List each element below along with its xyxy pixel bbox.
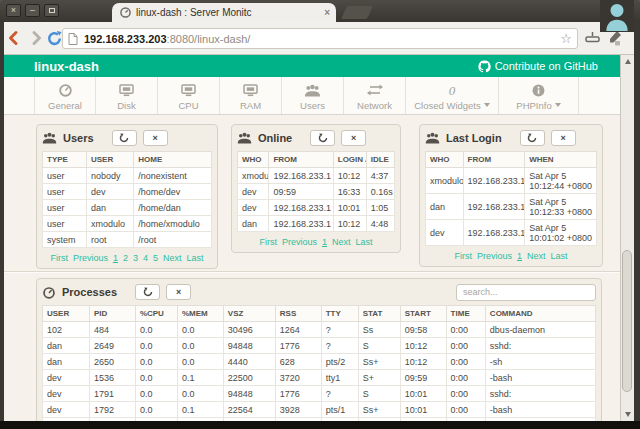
table-row: userdev/home/dev (43, 184, 212, 200)
toolbar-item-phpinfo[interactable]: PHPInfo (499, 77, 579, 114)
table-cell: 0:00 (446, 354, 485, 370)
refresh-button[interactable] (520, 130, 545, 146)
table-row: dev17920.00.1225643928pts/1Ss+10:010:00-… (43, 402, 596, 418)
column-header: VSZ (223, 306, 275, 322)
close-widget-button[interactable]: × (341, 130, 366, 146)
toolbar-item-ram[interactable]: RAM (220, 77, 282, 114)
pagination-link[interactable]: First (259, 237, 277, 247)
pagination-link[interactable]: Next (163, 253, 182, 263)
widget-processes: Processes × USERPID%CPU%MEMVSZRSSTTYSTAT… (36, 278, 602, 421)
table-cell: user (43, 168, 87, 184)
table-cell: dev (43, 402, 90, 418)
table-cell: 22564 (223, 402, 275, 418)
new-tab-button[interactable] (341, 6, 373, 19)
refresh-button[interactable] (112, 130, 137, 146)
table-cell: 0.0 (135, 322, 177, 338)
url-bar[interactable]: 192.168.233.203:8080/linux-dash/ ☆ (62, 28, 578, 49)
pagination-link[interactable]: 5 (153, 253, 158, 263)
browser-tab[interactable]: linux-dash : Server Monitc × (112, 3, 336, 22)
column-header: %MEM (177, 306, 223, 322)
close-widget-button[interactable]: × (551, 130, 576, 146)
toolbar-item-general[interactable]: General (34, 77, 96, 114)
bookmark-star-icon[interactable]: ☆ (560, 32, 572, 45)
pagination-link[interactable]: 4 (143, 253, 148, 263)
pagination-link[interactable]: Last (187, 253, 204, 263)
profile-avatar-icon[interactable] (604, 1, 634, 33)
table-cell: 192.168.233.1 (269, 168, 333, 184)
url-path: :8080/linux-dash/ (167, 33, 251, 45)
table-cell: 1776 (275, 338, 321, 354)
refresh-button[interactable] (135, 284, 160, 300)
table-cell: 4440 (223, 354, 275, 370)
pagination-link[interactable]: Next (332, 237, 351, 247)
monitor-icon (243, 83, 258, 98)
table-cell: 09:59 (269, 184, 333, 200)
pagination-link[interactable]: First (454, 251, 472, 261)
pagination-link[interactable]: Last (551, 251, 568, 261)
refresh-button[interactable] (310, 130, 335, 146)
table-cell: Sat Apr 5 10:12:33 +0800 (525, 194, 597, 220)
window-maximize-button[interactable] (44, 4, 59, 17)
tab-close-icon[interactable]: × (324, 7, 330, 18)
pagination-link[interactable]: 1 (322, 237, 327, 247)
table-cell: dan (238, 216, 269, 232)
toolbar-item-disk[interactable]: Disk (96, 77, 158, 114)
app-toolbar: General Disk CPU RAM (4, 77, 620, 115)
table-cell: 0.1 (177, 402, 223, 418)
widget-header: Processes × (42, 282, 596, 302)
toolbar-item-label: CPU (178, 100, 198, 111)
table-header-row: USERPID%CPU%MEMVSZRSSTTYSTATSTARTTIMECOM… (43, 306, 596, 322)
pagination-link[interactable]: Previous (477, 251, 512, 261)
toolbar-item-cpu[interactable]: CPU (158, 77, 220, 114)
table-cell: Ss (358, 322, 400, 338)
search-input[interactable] (456, 284, 596, 301)
forward-button-icon[interactable] (28, 30, 46, 48)
pagination-link[interactable]: 3 (133, 253, 138, 263)
table-cell: 0.0 (177, 338, 223, 354)
toolbar-item-users[interactable]: Users (282, 77, 344, 114)
pagination-link[interactable]: 2 (123, 253, 128, 263)
table-cell: 1791 (90, 386, 136, 402)
window-minimize-button[interactable]: – (25, 4, 40, 17)
scrollbar-thumb[interactable] (622, 250, 632, 392)
browser-scrollbar[interactable] (620, 55, 634, 421)
toolbar-item-label: General (48, 100, 82, 111)
pagination-link[interactable]: Previous (282, 237, 317, 247)
scroll-up-icon[interactable] (621, 55, 635, 68)
scroll-down-icon[interactable] (621, 408, 635, 421)
pagination-link[interactable]: 1 (113, 253, 118, 263)
pagination-link[interactable]: Previous (73, 253, 108, 263)
widget-users: Users × TYPEUSERHOMEusernobody/nonexiste… (36, 124, 218, 269)
pagination-link[interactable]: 1 (517, 251, 522, 261)
pagination-link[interactable]: Last (356, 237, 373, 247)
column-header: FROM (269, 152, 333, 168)
toolbar-item-closed-widgets[interactable]: 0 Closed Widgets (406, 77, 499, 114)
extension-tray-icon[interactable] (585, 31, 603, 49)
window-close-button[interactable]: × (6, 4, 21, 17)
toolbar-item-label: Users (300, 100, 325, 111)
table-row: dan192.168.233.110:124:48 (238, 216, 395, 232)
back-button-icon[interactable] (6, 30, 24, 48)
table-cell: 4:48 (366, 216, 394, 232)
table-cell: S (358, 386, 400, 402)
pagination-link[interactable]: Next (527, 251, 546, 261)
table-cell: 09:59 (400, 370, 446, 386)
close-widget-button[interactable]: × (143, 130, 168, 146)
table-cell: -bash (485, 402, 595, 418)
pagination-link[interactable]: First (50, 253, 68, 263)
close-widget-button[interactable]: × (166, 284, 191, 300)
table-row: dev192.168.233.110:011:05 (238, 200, 395, 216)
table-row: dev192.168.233.1Sat Apr 5 10:01:02 +0800 (426, 220, 597, 246)
table-cell: dan (426, 194, 464, 220)
toolbar-item-label: Closed Widgets (414, 100, 481, 111)
github-link[interactable]: Contribute on GitHub (478, 60, 598, 73)
table-cell: 0.0 (177, 386, 223, 402)
table-cell: 0.0 (135, 386, 177, 402)
table-cell: 0.1 (177, 370, 223, 386)
toolbar-item-network[interactable]: Network (344, 77, 406, 114)
table-cell: 0.0 (135, 370, 177, 386)
column-header: TTY (321, 306, 358, 322)
browser-navbar: 192.168.233.203:8080/linux-dash/ ☆ (0, 22, 634, 55)
table-cell: Ss+ (358, 402, 400, 418)
table-cell: dev (43, 370, 90, 386)
